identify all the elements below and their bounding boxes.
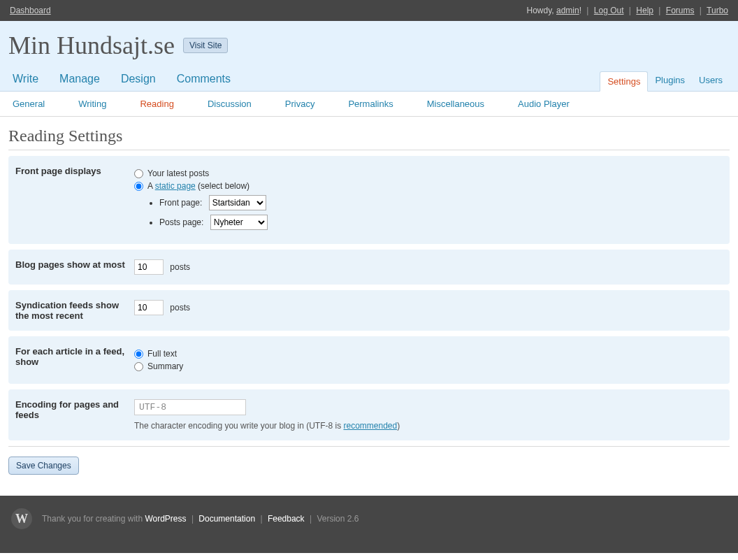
- site-header: Min Hundsajt.se Visit Site WriteManageDe…: [0, 21, 738, 92]
- main-nav-manage[interactable]: Manage: [55, 69, 107, 91]
- section-blog-pages: Blog pages show at most posts: [8, 250, 730, 285]
- sub-nav-general[interactable]: General: [4, 99, 53, 109]
- sub-nav-permalinks[interactable]: Permalinks: [340, 99, 401, 109]
- sub-nav-audio-player[interactable]: Audio Player: [509, 99, 578, 109]
- sub-nav-reading[interactable]: Reading: [131, 99, 182, 109]
- sub-nav-discussion[interactable]: Discussion: [199, 99, 260, 109]
- front-page-select-label: Front page:: [159, 198, 202, 208]
- section-encoding: Encoding for pages and feeds The charact…: [8, 389, 730, 440]
- main-nav-write[interactable]: Write: [8, 69, 45, 91]
- sub-nav-privacy[interactable]: Privacy: [277, 99, 324, 109]
- settings-sub-nav: GeneralWritingReadingDiscussionPrivacyPe…: [0, 92, 738, 117]
- label-front-page-displays: Front page displays: [15, 166, 134, 234]
- site-title: Min Hundsajt.se: [8, 31, 175, 60]
- main-nav-settings[interactable]: Settings: [600, 71, 648, 92]
- label-blog-pages: Blog pages show at most: [15, 259, 134, 275]
- save-changes-button[interactable]: Save Changes: [8, 457, 79, 475]
- radio-full-text[interactable]: [134, 350, 143, 359]
- posts-page-select-label: Posts page:: [159, 217, 203, 227]
- blog-pages-count-input[interactable]: [134, 259, 164, 275]
- main-nav-users[interactable]: Users: [692, 71, 730, 89]
- main-nav-comments[interactable]: Comments: [173, 69, 238, 91]
- footer-wordpress-link[interactable]: WordPress: [145, 514, 186, 524]
- radio-full-text-label: Full text: [147, 349, 177, 359]
- syndication-suffix: posts: [170, 303, 190, 313]
- label-syndication-feeds: Syndication feeds show the most recent: [15, 300, 134, 321]
- encoding-recommended-link[interactable]: recommended: [343, 421, 397, 431]
- footer-feedback-link[interactable]: Feedback: [268, 514, 305, 524]
- section-feed-article: For each article in a feed, show Full te…: [8, 336, 730, 384]
- dashboard-link[interactable]: Dashboard: [10, 6, 51, 15]
- blog-pages-suffix: posts: [170, 262, 190, 272]
- main-nav-plugins[interactable]: Plugins: [648, 71, 692, 89]
- logout-link[interactable]: Log Out: [594, 6, 624, 15]
- wordpress-logo-icon: W: [11, 508, 32, 529]
- footer-thank-text: Thank you for creating with: [42, 514, 145, 524]
- footer-documentation-link[interactable]: Documentation: [198, 514, 255, 524]
- label-feed-article: For each article in a feed, show: [15, 346, 134, 374]
- radio-latest-posts[interactable]: [134, 169, 143, 178]
- syndication-count-input[interactable]: [134, 300, 164, 315]
- encoding-description: The character encoding you write your bl…: [134, 421, 723, 431]
- howdy-text: Howdy,: [527, 6, 556, 15]
- static-page-link[interactable]: static page: [155, 181, 196, 191]
- turbo-link[interactable]: Turbo: [707, 6, 728, 15]
- posts-page-select[interactable]: Nyheter: [210, 215, 268, 230]
- label-encoding: Encoding for pages and feeds: [15, 399, 134, 431]
- radio-summary-label: Summary: [147, 361, 183, 371]
- forums-link[interactable]: Forums: [666, 6, 695, 15]
- divider: [8, 446, 730, 447]
- sub-nav-miscellaneous[interactable]: Miscellaneous: [419, 99, 493, 109]
- admin-top-bar: Dashboard Howdy, admin! | Log Out | Help…: [0, 0, 738, 21]
- footer-version: Version 2.6: [317, 514, 359, 524]
- visit-site-button[interactable]: Visit Site: [183, 38, 228, 53]
- main-nav-design[interactable]: Design: [117, 69, 163, 91]
- section-front-page-displays: Front page displays Your latest posts A …: [8, 156, 730, 244]
- radio-summary[interactable]: [134, 362, 143, 371]
- sub-nav-writing[interactable]: Writing: [70, 99, 115, 109]
- main-nav: WriteManageDesignComments SettingsPlugin…: [8, 69, 730, 91]
- page-title: Reading Settings: [8, 127, 730, 150]
- admin-footer: W Thank you for creating with WordPress …: [0, 496, 738, 553]
- radio-static-page[interactable]: [134, 182, 143, 191]
- section-syndication-feeds: Syndication feeds show the most recent p…: [8, 290, 730, 331]
- encoding-input[interactable]: [134, 399, 246, 415]
- admin-user-link[interactable]: admin: [556, 6, 579, 15]
- front-page-select[interactable]: Startsidan: [209, 195, 266, 210]
- radio-latest-posts-label: Your latest posts: [147, 168, 209, 178]
- help-link[interactable]: Help: [636, 6, 653, 15]
- page-content: Reading Settings Front page displays You…: [0, 117, 738, 496]
